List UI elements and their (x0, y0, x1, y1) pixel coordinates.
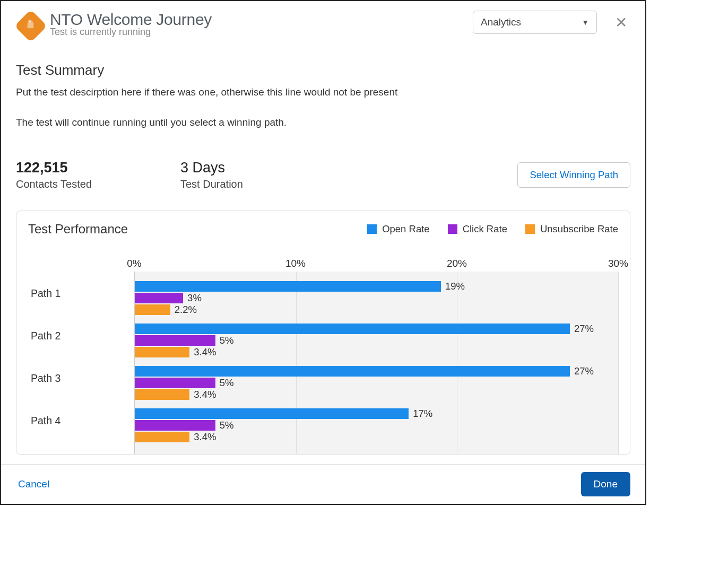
modal-footer: Cancel Done (1, 464, 645, 504)
chart-row-label: Path 4 (31, 415, 126, 427)
legend-open-label: Open Rate (382, 223, 429, 235)
chart-bar (135, 281, 441, 292)
chart-bar-label: 19% (445, 281, 465, 292)
open-rate-swatch (367, 224, 377, 234)
chart-row-label: Path 1 (31, 287, 126, 300)
chart-legend: Open Rate Click Rate Unsubscribe Rate (367, 223, 618, 235)
chevron-down-icon: ▼ (582, 18, 589, 27)
contacts-tested-value: 122,515 (16, 160, 127, 176)
chart-plot-area: Path 119%3%2.2%Path 227%5%3.4%Path 327%5… (134, 272, 618, 455)
chart-bar (135, 408, 409, 419)
x-axis-tick: 0% (127, 258, 141, 269)
test-duration-metric: 3 Days Test Duration (180, 160, 292, 190)
x-axis-tick: 20% (447, 258, 467, 269)
chart-row-label: Path 2 (31, 330, 126, 342)
gridline (618, 272, 619, 455)
contacts-tested-label: Contacts Tested (16, 178, 127, 190)
close-icon[interactable]: ✕ (612, 12, 630, 33)
x-axis-tick: 10% (285, 258, 306, 269)
modal-header: NTO Welcome Journey Test is currently ru… (16, 11, 630, 38)
chart-bar-label: 5% (220, 377, 234, 389)
unsubscribe-rate-swatch (525, 224, 535, 234)
test-summary-heading: Test Summary (16, 62, 630, 78)
header-left: NTO Welcome Journey Test is currently ru… (16, 11, 465, 38)
test-description: Put the test descirption here if there w… (16, 85, 630, 100)
journey-icon (14, 9, 47, 42)
chart-bar (135, 324, 570, 334)
test-status-line: The test will continue running until you… (16, 115, 630, 130)
cancel-button[interactable]: Cancel (16, 474, 51, 494)
x-axis-tick: 30% (608, 258, 628, 269)
view-dropdown[interactable]: Analytics ▼ (473, 11, 597, 34)
click-rate-swatch (448, 224, 457, 234)
chart-bar (135, 378, 215, 388)
metrics-row: 122,515 Contacts Tested 3 Days Test Dura… (16, 160, 630, 190)
chart-bar-label: 3% (187, 292, 202, 304)
legend-unsub-label: Unsubscribe Rate (540, 223, 618, 235)
modal-body: NTO Welcome Journey Test is currently ru… (1, 1, 645, 464)
chart-row-label: Path 3 (31, 372, 126, 385)
contacts-tested-metric: 122,515 Contacts Tested (16, 160, 127, 190)
chart-bar (135, 347, 189, 357)
chart-x-axis: 0%10%20%30% (134, 255, 618, 269)
chart-plot: 0%10%20%30% Path 119%3%2.2%Path 227%5%3.… (134, 255, 618, 455)
legend-open-rate: Open Rate (367, 223, 429, 235)
performance-header: Test Performance Open Rate Click Rate Un… (28, 222, 618, 237)
legend-click-label: Click Rate (463, 223, 507, 235)
svg-rect-0 (28, 23, 33, 28)
chart-bar (135, 304, 170, 315)
chart-bar-label: 27% (574, 365, 594, 377)
chart-bar (135, 335, 215, 346)
chart-bar (135, 420, 215, 431)
chart-bar (135, 293, 183, 303)
chart-bar-label: 5% (220, 420, 234, 431)
legend-unsubscribe-rate: Unsubscribe Rate (525, 223, 618, 235)
chart-bar-label: 2.2% (175, 304, 197, 316)
chart-bar-label: 27% (574, 323, 594, 335)
test-summary-section: Test Summary Put the test descirption he… (16, 62, 630, 130)
test-duration-value: 3 Days (180, 160, 292, 176)
performance-chart: 0%10%20%30% Path 119%3%2.2%Path 227%5%3.… (28, 255, 618, 455)
chart-bar (135, 389, 189, 400)
chart-bar (135, 366, 570, 377)
done-button[interactable]: Done (581, 472, 630, 496)
chart-bar-label: 3.4% (194, 389, 216, 400)
performance-panel: Test Performance Open Rate Click Rate Un… (16, 211, 630, 455)
gridline (296, 272, 297, 455)
chart-bar-label: 17% (413, 408, 432, 420)
chart-bar (135, 432, 189, 442)
gridline (457, 272, 457, 455)
test-summary-modal: NTO Welcome Journey Test is currently ru… (0, 0, 646, 505)
performance-heading: Test Performance (28, 222, 128, 237)
legend-click-rate: Click Rate (448, 223, 507, 235)
chart-bar-label: 3.4% (194, 431, 216, 443)
view-dropdown-label: Analytics (481, 16, 521, 28)
page-title: NTO Welcome Journey (50, 11, 212, 29)
chart-bar-label: 3.4% (194, 346, 216, 358)
chart-bar-label: 5% (220, 335, 234, 346)
title-block: NTO Welcome Journey Test is currently ru… (50, 11, 212, 38)
select-winning-path-button[interactable]: Select Winning Path (517, 162, 630, 188)
test-duration-label: Test Duration (180, 178, 292, 190)
